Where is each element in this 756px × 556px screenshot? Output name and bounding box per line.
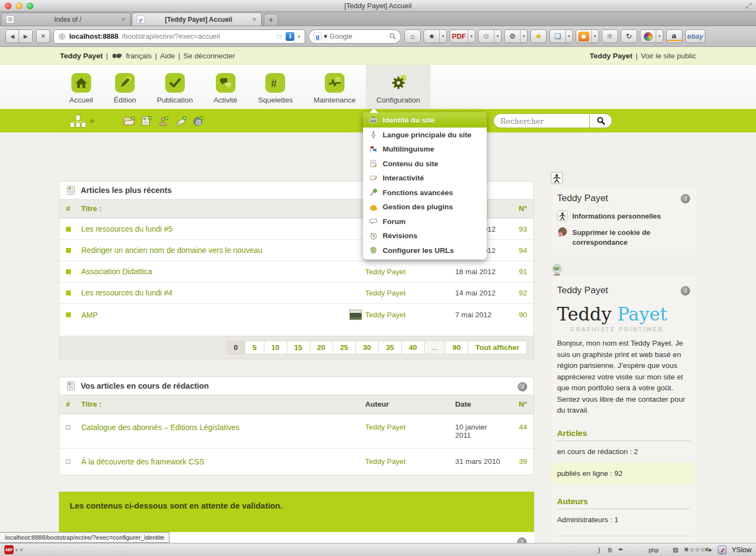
menu-item-revisions[interactable]: Révisions bbox=[363, 229, 487, 244]
article-title-link[interactable]: À la découverte des framework CSS bbox=[81, 457, 204, 466]
forward-button[interactable]: ▶ bbox=[19, 30, 32, 43]
nav-item-accueil[interactable]: Accueil bbox=[59, 65, 104, 109]
article-author-link[interactable]: Teddy Payet bbox=[365, 457, 406, 466]
engine-dropdown-icon[interactable]: ▾ bbox=[324, 32, 328, 40]
article-author-link[interactable]: Teddy Payet bbox=[365, 311, 406, 319]
pagination-link[interactable]: 30 bbox=[356, 341, 379, 354]
pagination-link[interactable]: ... bbox=[425, 341, 445, 354]
smushit-button[interactable]: ✾ ▾ bbox=[602, 29, 618, 43]
info-button[interactable]: i bbox=[681, 286, 690, 295]
site-identity-icon[interactable] bbox=[58, 33, 66, 40]
delete-cookie-link[interactable]: Supprimer le cookie de correspondance bbox=[557, 228, 690, 247]
google-engine-icon[interactable]: g bbox=[313, 32, 322, 40]
lock-icon[interactable] bbox=[638, 546, 647, 554]
translate-button[interactable]: ❏ ▾ bbox=[549, 29, 573, 43]
image-blocked-icon[interactable]: ▨ bbox=[671, 546, 680, 554]
fireshot-button[interactable]: ☻ ▾ bbox=[576, 29, 599, 43]
reload-every-button[interactable]: ↻ ▾ bbox=[621, 29, 637, 43]
tab-index-of[interactable]: Index of / ✕ bbox=[1, 13, 131, 26]
web-search-field[interactable]: g ▾ Google bbox=[309, 29, 401, 44]
article-title-link[interactable]: Association Didattica bbox=[81, 267, 152, 276]
php-icon[interactable]: php bbox=[649, 546, 658, 554]
new-article-icon[interactable] bbox=[141, 116, 152, 126]
article-author-link[interactable]: Teddy Payet bbox=[365, 268, 406, 276]
menu-item-identite-du-site[interactable]: Identité du site bbox=[363, 112, 487, 128]
pagination-link[interactable]: 35 bbox=[379, 341, 402, 354]
adblock-icon[interactable]: ABP bbox=[4, 545, 14, 554]
yslow-gauge-icon[interactable] bbox=[718, 546, 727, 554]
pagination-link[interactable]: 25 bbox=[333, 341, 356, 354]
spip-search-input[interactable]: Rechercher bbox=[493, 113, 589, 128]
article-title-link[interactable]: Rediriger un ancien nom de domaine vers … bbox=[81, 246, 262, 255]
menu-item-contenu-du-site[interactable]: Contenu du site bbox=[363, 156, 487, 171]
foxyproxy-icon[interactable]: ✕▸ bbox=[704, 546, 712, 554]
current-user-link[interactable]: Teddy Payet bbox=[60, 52, 103, 60]
new-rubrique-icon[interactable] bbox=[123, 116, 135, 126]
pagination-link[interactable]: 90 bbox=[445, 341, 468, 354]
new-site-icon[interactable]: @ bbox=[193, 116, 204, 126]
button-dropdown-icon[interactable]: ▾ bbox=[565, 30, 572, 43]
menu-item-fonctions-avancees[interactable]: Fonctions avancées bbox=[363, 185, 487, 200]
new-author-icon[interactable] bbox=[158, 116, 169, 126]
pagination-link[interactable]: 5 bbox=[245, 341, 264, 354]
help-link[interactable]: Aide bbox=[160, 52, 175, 60]
amazon-button[interactable]: a ▾ bbox=[666, 29, 682, 43]
spip-search-button[interactable] bbox=[589, 113, 612, 128]
search-magnifier-icon[interactable] bbox=[389, 33, 396, 40]
star-rating-icon[interactable]: ☆☆☆☆☆ bbox=[693, 546, 701, 554]
nav-item-activite[interactable]: Activité bbox=[203, 65, 248, 109]
menu-item-configurer-les-urls[interactable]: Configurer les URLs bbox=[363, 243, 487, 258]
bookmarks-button[interactable]: ★ ▾ bbox=[424, 29, 447, 43]
nav-item-publication[interactable]: Publication bbox=[147, 65, 203, 109]
adblock-close-icon[interactable]: ✕ bbox=[20, 547, 24, 553]
button-dropdown-icon[interactable]: ▾ bbox=[591, 30, 598, 43]
settings-button[interactable]: ⚙ ▾ bbox=[504, 29, 528, 43]
nav-item-maintenance[interactable]: Maintenance bbox=[303, 65, 366, 109]
url-dropdown-icon[interactable]: ▾ bbox=[298, 34, 300, 39]
info-button[interactable]: i bbox=[681, 194, 690, 203]
new-keyword-icon[interactable] bbox=[175, 116, 187, 126]
home-button[interactable]: ⌂ ▾ bbox=[404, 29, 421, 43]
article-title-link[interactable]: Catalogue des abonnés – Editions Législa… bbox=[81, 423, 239, 432]
article-author-link[interactable]: Teddy Payet bbox=[365, 423, 406, 431]
pdf-download-button[interactable]: PDF ▾ bbox=[450, 29, 475, 43]
window-resize-icon[interactable]: ⤢ bbox=[746, 1, 752, 10]
button-dropdown-icon[interactable]: ▾ bbox=[520, 30, 527, 43]
pagination-link[interactable]: 40 bbox=[402, 341, 425, 354]
colorzilla-button[interactable]: ▾ bbox=[640, 29, 663, 43]
back-button[interactable]: ◀ bbox=[6, 30, 19, 43]
personal-info-link[interactable]: Informations personnelles bbox=[557, 211, 690, 221]
nav-item-configuration[interactable]: Configuration bbox=[366, 65, 430, 109]
delicious-button[interactable]: ★ ▾ bbox=[530, 29, 547, 43]
menu-item-interactivite[interactable]: Interactivité bbox=[363, 171, 487, 186]
stop-button[interactable]: ✕ bbox=[36, 29, 50, 43]
article-title-link[interactable]: AMP bbox=[81, 311, 98, 319]
menu-item-gestion-des-plugins[interactable]: Gestion des plugins bbox=[363, 200, 487, 215]
b-addon-icon[interactable]: B bbox=[606, 546, 614, 554]
button-dropdown-icon[interactable]: ▾ bbox=[656, 30, 663, 43]
tab-teddy-payet-accueil[interactable]: ℘ [Teddy Payet] Accueil ✕ bbox=[132, 13, 262, 26]
view-public-site-link[interactable]: Voir le site public bbox=[641, 52, 696, 60]
page-info-icon[interactable]: i bbox=[286, 32, 294, 41]
nav-item-squelettes[interactable]: ## Squelettes bbox=[247, 65, 303, 109]
address-bar[interactable]: localhost:8888/bootstrap/ecrire/?exec=ac… bbox=[53, 29, 305, 44]
info-button[interactable]: i bbox=[518, 382, 527, 391]
jquery-icon[interactable]: ʃ bbox=[595, 546, 603, 554]
article-title-link[interactable]: Les ressources du lundi #4 bbox=[81, 288, 172, 297]
ebay-button[interactable]: ebay ▾ bbox=[685, 29, 706, 43]
feather-icon[interactable]: ✒ bbox=[616, 546, 625, 554]
button-dropdown-icon[interactable]: ▾ bbox=[439, 30, 446, 43]
site-tree-icon[interactable] bbox=[70, 114, 86, 128]
logout-link[interactable]: Se déconnecter bbox=[183, 52, 235, 60]
menu-item-multilinguisme[interactable]: Multilinguisme bbox=[363, 142, 487, 157]
language-link[interactable]: français bbox=[126, 52, 152, 60]
pagination-link[interactable]: 20 bbox=[310, 341, 333, 354]
adblock-dropdown-icon[interactable]: ▾ bbox=[15, 547, 18, 553]
nav-item-edition[interactable]: Édition bbox=[104, 65, 147, 109]
article-author-link[interactable]: Teddy Payet bbox=[365, 289, 406, 297]
pagination-link[interactable]: 10 bbox=[264, 341, 287, 354]
menu-item-langue-principale[interactable]: Langue principale du site bbox=[363, 128, 487, 142]
pagination-link[interactable]: Tout afficher bbox=[468, 341, 527, 354]
bookmark-star-icon[interactable]: ☆ bbox=[275, 32, 282, 41]
close-tab-icon[interactable]: ✕ bbox=[252, 16, 257, 22]
